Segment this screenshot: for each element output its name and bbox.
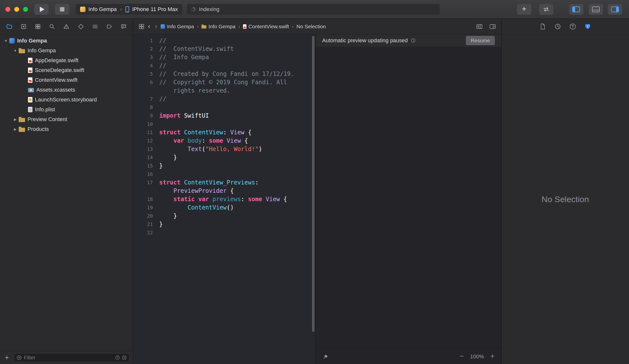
code-line[interactable]: 6// Copyright © 2019 Cong Fandi. All <box>133 78 315 87</box>
pin-icon[interactable] <box>322 354 328 360</box>
code-line[interactable]: 2// ContentView.swift <box>133 45 315 53</box>
filter-input[interactable] <box>24 355 113 361</box>
go-back-button[interactable]: ‹ <box>147 22 151 30</box>
breadcrumb-label: ContentView.swift <box>248 24 289 29</box>
toggle-navigator-button[interactable] <box>569 4 583 15</box>
code-line[interactable]: 12 var body: some View { <box>133 136 315 145</box>
info-icon[interactable] <box>411 38 416 43</box>
code-line[interactable]: 14 } <box>133 153 315 162</box>
code-line[interactable]: 18 static var previews: some View { <box>133 195 315 203</box>
scheme-selector[interactable]: Info Gempa › iPhone 11 Pro Max <box>76 4 182 15</box>
source-editor[interactable]: 1//2// ContentView.swift3// Info Gempa4/… <box>133 34 315 364</box>
tree-item-launchscreen-storyboard[interactable]: LaunchScreen.storyboard <box>0 95 133 105</box>
breadcrumb-project[interactable]: Info Gempa <box>161 24 194 29</box>
code-line[interactable]: 19 ContentView() <box>133 203 315 212</box>
recent-files-filter-icon[interactable] <box>115 355 120 360</box>
resume-button[interactable]: Resume <box>466 36 495 45</box>
find-navigator-icon[interactable] <box>47 22 57 31</box>
code-line[interactable]: 8 <box>133 103 315 112</box>
debug-navigator-icon[interactable] <box>90 22 100 31</box>
related-items-icon[interactable] <box>139 24 145 29</box>
device-icon <box>125 6 129 12</box>
library-button[interactable]: + <box>517 4 531 15</box>
code-line[interactable]: 11struct ContentView: View { <box>133 128 315 136</box>
disclosure-triangle-icon[interactable]: ▶ <box>12 118 19 121</box>
code-line[interactable]: 17struct ContentView_Previews: <box>133 178 315 187</box>
code-line[interactable]: 1// <box>133 36 315 45</box>
line-number: 3 <box>133 53 153 61</box>
quick-help-inspector-icon[interactable] <box>585 23 591 30</box>
add-editor-icon[interactable] <box>489 24 496 29</box>
tree-item-products[interactable]: ▶Products <box>0 124 133 134</box>
code-line[interactable]: PreviewProvider { <box>133 187 315 195</box>
close-window-button[interactable] <box>5 7 10 12</box>
toggle-inspector-button[interactable] <box>608 4 622 15</box>
disclosure-triangle-icon[interactable]: ▼ <box>2 39 9 43</box>
code-line[interactable]: 5// Created by Cong Fandi on 17/12/19. <box>133 70 315 78</box>
help-inspector-icon[interactable]: ? <box>570 24 576 29</box>
code-line[interactable]: 21} <box>133 220 315 229</box>
add-file-button[interactable]: + <box>3 354 10 361</box>
source-control-navigator-icon[interactable] <box>19 22 28 31</box>
tree-item-assets-xcassets[interactable]: Assets.xcassets <box>0 85 133 95</box>
disclosure-triangle-icon[interactable]: ▼ <box>12 49 19 53</box>
code-lines: 1//2// ContentView.swift3// Info Gempa4/… <box>133 36 315 237</box>
swift-icon <box>28 58 32 63</box>
breadcrumb-file[interactable]: ContentView.swift <box>243 24 289 29</box>
report-navigator-icon[interactable] <box>119 22 129 31</box>
navigator-selector-bar <box>0 19 133 34</box>
line-number: 4 <box>133 61 153 70</box>
tree-item-label: Info Gempa <box>17 38 47 44</box>
file-inspector-icon[interactable] <box>540 23 546 30</box>
navigator-sidebar: ▼Info Gempa▼Info GempaAppDelegate.swiftS… <box>0 19 133 364</box>
code-line[interactable]: 16 <box>133 170 315 178</box>
zoom-in-button[interactable]: + <box>490 353 494 360</box>
code-line[interactable]: 13 Text("Hello, World!") <box>133 145 315 153</box>
breakpoint-navigator-icon[interactable] <box>104 22 114 31</box>
tree-item-contentview-swift[interactable]: ContentView.swift <box>0 75 133 85</box>
code-line[interactable]: 7// <box>133 95 315 103</box>
line-number: 17 <box>133 178 153 187</box>
tree-item-info-plist[interactable]: Info.plist <box>0 105 133 115</box>
code-text: // <box>159 36 166 45</box>
code-line[interactable]: 3// Info Gempa <box>133 53 315 61</box>
go-forward-button[interactable]: › <box>154 22 158 30</box>
code-line[interactable]: 22 <box>133 229 315 237</box>
code-review-button[interactable] <box>539 4 553 15</box>
minimize-window-button[interactable] <box>14 7 19 12</box>
filter-field[interactable] <box>14 353 130 362</box>
tree-item-info-gempa[interactable]: ▼Info Gempa <box>0 46 133 55</box>
run-button[interactable] <box>34 4 49 15</box>
source-control-filter-icon[interactable] <box>122 355 127 360</box>
breadcrumb-label: No Selection <box>297 24 326 29</box>
code-line[interactable]: 20 } <box>133 212 315 220</box>
disclosure-triangle-icon[interactable]: ▶ <box>12 127 19 131</box>
history-inspector-icon[interactable] <box>555 23 561 30</box>
tree-item-appdelegate-swift[interactable]: AppDelegate.swift <box>0 55 133 65</box>
tree-item-scenedelegate-swift[interactable]: SceneDelegate.swift <box>0 65 133 75</box>
zoom-out-button[interactable]: − <box>460 353 464 360</box>
toggle-debug-area-button[interactable] <box>589 4 603 15</box>
issue-navigator-icon[interactable] <box>61 22 71 31</box>
breadcrumb-selection[interactable]: No Selection <box>297 24 326 29</box>
zoom-window-button[interactable] <box>23 7 28 12</box>
code-line[interactable]: 10 <box>133 120 315 128</box>
test-navigator-icon[interactable] <box>76 22 86 31</box>
code-line[interactable]: rights reserved. <box>133 87 315 95</box>
code-line[interactable]: 15} <box>133 162 315 170</box>
project-navigator-icon[interactable] <box>4 22 14 31</box>
line-number: 18 <box>133 195 153 203</box>
preview-canvas[interactable] <box>316 47 501 349</box>
code-text: Text("Hello, World!") <box>159 145 262 153</box>
breadcrumb-group[interactable]: Info Gempa <box>201 24 235 29</box>
code-line[interactable]: 4// <box>133 61 315 70</box>
code-line[interactable]: 9import SwiftUI <box>133 112 315 120</box>
stop-button[interactable] <box>55 4 69 15</box>
tree-item-preview-content[interactable]: ▶Preview Content <box>0 115 133 124</box>
symbol-navigator-icon[interactable] <box>33 22 43 31</box>
code-text: } <box>159 153 177 162</box>
xcode-window: Info Gempa › iPhone 11 Pro Max <box>0 0 629 364</box>
tree-item-info-gempa[interactable]: ▼Info Gempa <box>0 36 133 46</box>
editor-scrollbar[interactable] <box>312 36 314 332</box>
editor-options-icon[interactable] <box>476 24 482 29</box>
